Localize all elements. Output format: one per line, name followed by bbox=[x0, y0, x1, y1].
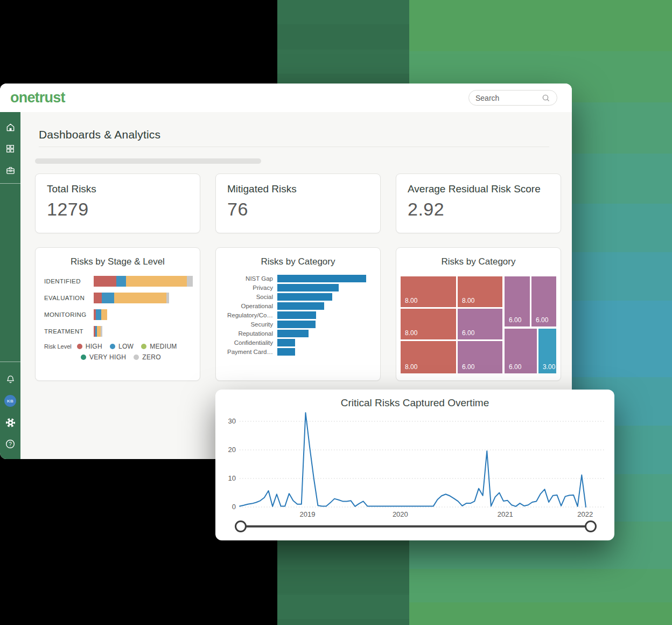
gear-icon bbox=[5, 417, 16, 428]
time-range-slider bbox=[215, 519, 614, 534]
charts-row: Risks by Stage & Level IDENTIFIED EVALUA… bbox=[35, 247, 561, 381]
svg-text:2021: 2021 bbox=[498, 510, 513, 518]
legend-item: ZERO bbox=[134, 353, 161, 361]
bar-segment bbox=[102, 293, 114, 303]
slider-handle-right[interactable] bbox=[585, 520, 597, 532]
category-row: NIST Gap bbox=[216, 275, 380, 282]
category-row: Regulatory/Co… bbox=[216, 311, 380, 319]
critical-risks-card: Critical Risks Captured Overtime 0102030… bbox=[215, 390, 614, 540]
category-label: Operational bbox=[216, 303, 277, 309]
sidebar: KB ? bbox=[0, 112, 20, 459]
category-row: Security bbox=[216, 321, 380, 328]
bar-segment bbox=[94, 276, 116, 287]
stat-value: 2.92 bbox=[408, 199, 549, 220]
chart-title: Risks by Category bbox=[396, 256, 561, 267]
briefcase-icon bbox=[5, 165, 16, 176]
chart-risks-by-stage-level: Risks by Stage & Level IDENTIFIED EVALUA… bbox=[35, 247, 200, 381]
sidebar-item-home[interactable] bbox=[0, 116, 20, 138]
bar-segment bbox=[101, 326, 102, 337]
stat-label: Mitigated Risks bbox=[227, 183, 369, 195]
tile-value: 6.00 bbox=[536, 316, 548, 324]
bar-segment bbox=[97, 326, 101, 337]
category-bar bbox=[277, 321, 316, 328]
category-label: Reputational bbox=[216, 330, 277, 337]
category-row: Privacy bbox=[216, 284, 380, 291]
treemap-tile: 8.00 bbox=[458, 276, 502, 307]
legend-item: LOW bbox=[110, 343, 134, 350]
svg-text:2022: 2022 bbox=[577, 510, 593, 518]
stat-card-total-risks: Total Risks 1279 bbox=[35, 173, 200, 233]
tile-value: 8.00 bbox=[405, 363, 417, 371]
legend-dot bbox=[134, 355, 139, 360]
sidebar-item-account[interactable]: KB bbox=[0, 390, 20, 412]
stage-label: EVALUATION bbox=[44, 295, 94, 301]
stacked-bar-chart: IDENTIFIED EVALUATION MONITORING TREATME… bbox=[44, 276, 200, 337]
bar-segment bbox=[94, 293, 102, 303]
svg-text:2020: 2020 bbox=[393, 510, 408, 518]
legend-title: Risk Level bbox=[44, 343, 72, 350]
slider-track[interactable] bbox=[241, 525, 591, 527]
progress-bar bbox=[35, 158, 261, 164]
search-icon bbox=[542, 94, 550, 102]
category-row: Confidentiality bbox=[216, 339, 380, 346]
home-icon bbox=[5, 122, 16, 133]
sidebar-item-settings[interactable] bbox=[0, 412, 20, 433]
category-bar bbox=[277, 293, 332, 301]
tile-value: 6.00 bbox=[462, 329, 474, 337]
treemap-tile: 8.00 bbox=[401, 276, 456, 307]
bell-icon bbox=[5, 374, 16, 385]
chart-title: Risks by Stage & Level bbox=[36, 256, 200, 267]
search-input[interactable]: Search bbox=[468, 90, 557, 106]
treemap-tile: 6.00 bbox=[458, 309, 502, 339]
bar-segment bbox=[116, 276, 126, 287]
treemap-chart: 8.008.008.008.006.006.006.006.006.003.00 bbox=[401, 276, 556, 373]
legend-item: VERY HIGH bbox=[81, 353, 126, 361]
tile-value: 8.00 bbox=[462, 297, 474, 304]
tile-value: 6.00 bbox=[509, 363, 521, 371]
treemap-tile: 6.00 bbox=[505, 276, 530, 327]
category-bar bbox=[277, 348, 295, 356]
sidebar-item-notifications[interactable] bbox=[0, 369, 20, 390]
sidebar-divider bbox=[0, 183, 20, 184]
stage-row: IDENTIFIED bbox=[44, 276, 200, 287]
stat-value: 1279 bbox=[47, 199, 188, 220]
stage-row: MONITORING bbox=[44, 309, 200, 320]
treemap-tile: 8.00 bbox=[401, 341, 456, 373]
stage-label: TREATMENT bbox=[44, 328, 94, 335]
category-label: Privacy bbox=[216, 284, 277, 291]
svg-text:30: 30 bbox=[228, 417, 236, 425]
category-row: Reputational bbox=[216, 330, 380, 337]
page-title: Dashboards & Analytics bbox=[39, 128, 160, 141]
slider-handle-left[interactable] bbox=[235, 520, 247, 532]
category-bar bbox=[277, 339, 295, 346]
user-avatar: KB bbox=[4, 395, 16, 407]
category-label: Social bbox=[216, 294, 277, 300]
treemap-tile: 6.00 bbox=[505, 329, 537, 373]
bar-segment bbox=[166, 293, 169, 303]
svg-text:10: 10 bbox=[228, 474, 236, 482]
category-row: Operational bbox=[216, 302, 380, 310]
chart-risks-by-category-bars: Risks by Category NIST Gap Privacy Socia… bbox=[215, 247, 381, 381]
svg-text:0: 0 bbox=[232, 503, 236, 511]
category-label: Security bbox=[216, 321, 277, 328]
stage-label: MONITORING bbox=[44, 311, 94, 318]
tile-value: 8.00 bbox=[405, 297, 417, 304]
sidebar-item-help[interactable]: ? bbox=[0, 433, 20, 455]
treemap-tile: 3.00 bbox=[538, 329, 556, 373]
stat-card-avg-residual-risk: Average Residual Risk Score 2.92 bbox=[396, 173, 561, 233]
stat-label: Average Residual Risk Score bbox=[408, 183, 549, 195]
chart-title: Critical Risks Captured Overtime bbox=[215, 397, 614, 409]
risk-level-legend: Risk Level HIGH LOW MEDIUM VERY HIGH ZER… bbox=[44, 343, 200, 361]
treemap-tile: 8.00 bbox=[401, 309, 456, 339]
legend-item: MEDIUM bbox=[141, 343, 177, 350]
stage-row: TREATMENT bbox=[44, 326, 200, 337]
sidebar-item-apps[interactable] bbox=[0, 138, 20, 159]
bar-segment bbox=[101, 309, 107, 320]
category-row: Social bbox=[216, 293, 380, 301]
category-bar bbox=[277, 284, 339, 291]
category-label: Regulatory/Co… bbox=[216, 312, 277, 318]
chart-title: Risks by Category bbox=[216, 256, 380, 267]
category-row: Payment Card… bbox=[216, 348, 380, 356]
sidebar-item-projects[interactable] bbox=[0, 159, 20, 181]
category-bar bbox=[277, 275, 366, 282]
